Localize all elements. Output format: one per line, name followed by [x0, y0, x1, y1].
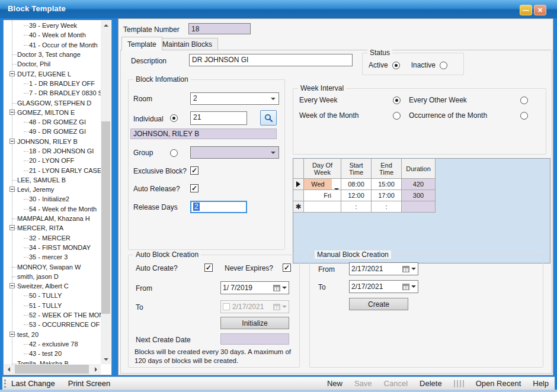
tree-item[interactable]: 41 - Occur of the Month [4, 40, 101, 50]
tree-item[interactable]: 49 - DR GOMEZ GI [4, 127, 101, 136]
tree-item[interactable]: Levi, Jeremy [4, 185, 101, 194]
never-expires-checkbox[interactable]: ✓ [283, 264, 291, 272]
tree-item[interactable]: 21 - LYON EARLY CASE [4, 165, 101, 175]
collapse-toggle-icon[interactable] [9, 139, 15, 144]
tree-item[interactable]: 7 - DR BRADLEY 0830 S [4, 88, 101, 98]
grid-row-selector[interactable] [293, 190, 303, 201]
grid-cell-start-time[interactable]: 12:00 [341, 190, 371, 201]
tree-horizontal-scrollbar[interactable] [4, 364, 101, 374]
tree-item[interactable]: 1 - DR BRADLEY OFF [4, 79, 101, 88]
date-enable-checkbox[interactable] [223, 303, 230, 310]
tree-item[interactable]: 35 - mercer 3 [4, 252, 101, 262]
tab-maintain-blocks[interactable]: Maintain Blocks [156, 38, 218, 50]
initialize-button[interactable]: Initialize [220, 317, 289, 329]
tree-item[interactable]: 40 - Week of Month [4, 30, 101, 40]
collapse-toggle-icon[interactable] [9, 225, 15, 230]
tree-item[interactable]: Doctor 3, Test change [4, 50, 101, 59]
release-days-input[interactable]: 2 [190, 201, 247, 213]
minimize-button[interactable]: — [520, 5, 532, 15]
description-input[interactable]: DR JOHNSON GI [189, 54, 353, 66]
status-radio[interactable] [440, 62, 447, 69]
grid-column-header[interactable]: StartTime [341, 159, 371, 178]
status-radio[interactable] [392, 62, 400, 69]
tree-item[interactable]: MERCER, RITA [4, 223, 101, 233]
tree-item[interactable]: 30 - Initialize2 [4, 194, 101, 204]
tree-item[interactable]: JOHNSON, RILEY B [4, 137, 101, 146]
room-combobox[interactable]: 2 [190, 92, 279, 105]
tree-item[interactable]: 51 - TULLY [4, 301, 101, 310]
grid-cell-day[interactable]: Fri [304, 190, 341, 201]
collapse-toggle-icon[interactable] [9, 71, 15, 76]
print-screen-button[interactable]: Print Screen [68, 379, 111, 388]
tree-item[interactable]: MONROY, Swapan W [4, 262, 101, 271]
tree-item[interactable]: 43 - test 20 [4, 349, 101, 358]
tree-item[interactable]: smith, jason D [4, 272, 101, 281]
exclusive-block-checkbox[interactable]: ✓ [190, 166, 199, 175]
new-button[interactable]: New [327, 379, 342, 388]
day-combo-value[interactable]: Wed [304, 179, 332, 189]
tree-item[interactable]: Tomlla, Maksha B [4, 358, 101, 364]
tab-template[interactable]: Template [121, 37, 162, 50]
auto-create-checkbox[interactable]: ✓ [204, 264, 213, 272]
vertical-scroll-thumb[interactable] [101, 121, 110, 314]
grid-column-header[interactable]: Day OfWeek [304, 159, 341, 178]
week-interval-radio[interactable] [520, 112, 528, 120]
close-button[interactable]: ✕ [534, 5, 546, 15]
create-button[interactable]: Create [349, 298, 408, 310]
delete-button[interactable]: Delete [420, 379, 442, 388]
individual-radio[interactable] [170, 114, 178, 122]
week-interval-radio[interactable] [393, 97, 401, 104]
grid-cell-end-time[interactable]: 17:00 [372, 190, 401, 201]
horizontal-scroll-thumb[interactable] [15, 365, 89, 374]
tree-item[interactable]: GLASGOW, STEPHEN D [4, 98, 101, 107]
collapse-toggle-icon[interactable] [9, 110, 15, 115]
tree-item[interactable]: 52 - WEEK OF THE MON [4, 310, 101, 320]
grid-row-selector[interactable] [293, 179, 303, 189]
scroll-up-icon[interactable] [101, 21, 111, 31]
tree-item[interactable]: 20 - LYON OFF [4, 156, 101, 165]
collapse-toggle-icon[interactable] [9, 332, 15, 337]
grid-row-selector[interactable]: ✱ [293, 201, 303, 212]
scroll-right-icon[interactable] [91, 364, 101, 374]
group-combobox[interactable] [190, 146, 279, 159]
tree-item[interactable]: 34 - FIRST MONDAY [4, 243, 101, 252]
grid-cell-end-time[interactable]: 15:00 [372, 179, 401, 189]
group-radio[interactable] [170, 149, 178, 157]
tree-item[interactable]: 53 - OCCURRENCE OF T [4, 320, 101, 329]
tree-item[interactable]: 48 - DR GOMEZ GI [4, 117, 101, 127]
tree-item[interactable]: 42 - exclusive 78 [4, 339, 101, 349]
help-button[interactable]: Help [533, 379, 549, 388]
grid-cell-end-time[interactable]: : [372, 201, 401, 212]
manual-to-datepicker[interactable]: 2/17/2021 [349, 280, 418, 293]
auto-from-datepicker[interactable]: 1/ 7/2019 [220, 281, 289, 294]
open-recent-button[interactable]: Open Recent [476, 379, 521, 388]
tree-item[interactable]: LEE, SAMUEL B [4, 175, 101, 185]
scroll-down-icon[interactable] [101, 354, 111, 364]
individual-search-button[interactable] [260, 110, 277, 126]
tree-item[interactable]: 39 - Every Week [4, 21, 101, 30]
tree-item[interactable]: 50 - TULLY [4, 291, 101, 300]
scroll-left-icon[interactable] [4, 364, 14, 374]
week-interval-radio[interactable] [520, 97, 528, 104]
grid-cell-day[interactable]: Wed [304, 179, 341, 189]
collapse-toggle-icon[interactable] [9, 283, 15, 288]
manual-from-datepicker[interactable]: 2/17/2021 [349, 262, 418, 275]
auto-release-checkbox[interactable]: ✓ [190, 184, 199, 192]
tree-item[interactable]: Doctor, Phil [4, 59, 101, 69]
individual-input[interactable]: 21 [190, 111, 247, 125]
tree-item[interactable]: 32 - MERCER [4, 233, 101, 243]
grid-column-header[interactable]: Duration [402, 159, 435, 178]
tree-item[interactable]: 18 - DR JOHNSON GI [4, 146, 101, 156]
grid-cell-start-time[interactable]: 08:00 [341, 179, 371, 189]
tree-item[interactable]: MAMPALAM, Khazana H [4, 214, 101, 223]
collapse-toggle-icon[interactable] [9, 187, 15, 192]
tree-item[interactable]: 54 - Week of the Month [4, 204, 101, 214]
tree-vertical-scrollbar[interactable] [101, 21, 111, 364]
tree-item[interactable]: GOMEZ, MILTON E [4, 108, 101, 117]
last-change-button[interactable]: Last Change [11, 379, 55, 388]
grid-column-header[interactable]: EndTime [372, 159, 401, 178]
grid-cell-day[interactable] [304, 201, 341, 212]
tree-item[interactable]: DUTZ, EUGENE L [4, 69, 101, 78]
week-interval-radio[interactable] [393, 112, 401, 120]
tree-item[interactable]: test, 20 [4, 330, 101, 339]
